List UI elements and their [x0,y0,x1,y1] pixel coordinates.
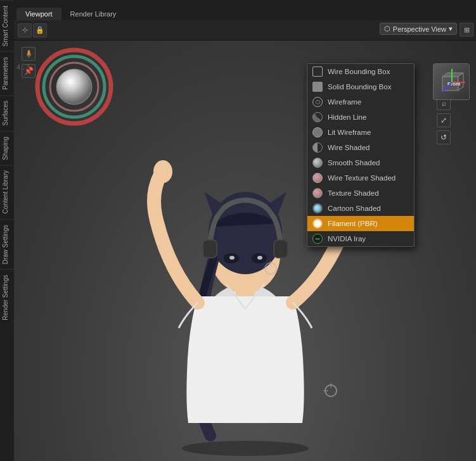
sidebar-tab-surfaces[interactable]: Surfaces [0,95,14,130]
sidebar-tab-draw-settings[interactable]: Draw Settings [0,219,14,269]
menu-item-cartoon-shaded[interactable]: Cartoon Shaded [307,201,414,216]
tab-viewport[interactable]: Viewport [16,8,61,20]
cube-icon: ⬡ [384,25,390,33]
menu-item-texture-shaded[interactable]: Texture Shaded [307,186,414,201]
solid-bounding-box-label: Solid Bounding Box [328,83,391,91]
dropdown-arrow-icon: ▾ [449,25,453,33]
wire-bounding-box-label: Wire Bounding Box [328,68,390,75]
wire-texture-shaded-label: Wire Texture Shaded [328,174,396,182]
svg-rect-23 [274,241,287,257]
menu-item-wireframe[interactable]: ⬡ Wireframe [307,94,414,110]
wireframe-label: Wireframe [328,98,361,106]
wireframe-icon: ⬡ [312,97,323,107]
perspective-view-dropdown[interactable]: ⬡ Perspective View ▾ [380,23,457,35]
nvidia-iray-label: NVIDIA Iray [328,235,366,243]
main-area: ⊹ 🔒 ⬡ Perspective View ▾ ⊞ 4 : 3 [14,20,476,461]
wire-shaded-label: Wire Shaded [328,144,370,151]
filament-label: Filament (PBR) [328,220,378,227]
viewport-area: 4 : 3 [14,41,476,461]
hidden-line-icon [312,112,323,122]
texture-shaded-label: Texture Shaded [328,189,379,197]
nav-cube[interactable]: Front [433,63,470,100]
svg-point-26 [153,160,172,183]
sidebar-tab-content-library[interactable]: Content Library [0,165,14,218]
svg-rect-22 [203,241,216,257]
svg-point-11 [182,441,309,456]
target-marker-2 [325,384,337,397]
target-marker-1 [264,262,277,275]
menu-item-wire-bounding-box[interactable]: Wire Bounding Box [307,64,414,79]
render-mode-dropdown: Wire Bounding Box Solid Bounding Box ⬡ W… [307,63,415,247]
solid-bounding-box-icon [312,82,323,92]
menu-item-solid-bounding-box[interactable]: Solid Bounding Box [307,79,414,94]
hidden-line-label: Hidden Line [328,113,366,121]
smooth-shaded-icon [312,158,323,168]
smooth-shaded-label: Smooth Shaded [328,159,380,167]
menu-item-wire-texture-shaded[interactable]: Wire Texture Shaded [307,170,414,186]
cursor-tool-button[interactable]: ⊹ [18,23,32,37]
menu-item-wire-shaded[interactable]: Wire Shaded [307,140,414,155]
figure-icon[interactable]: 🧍 [22,47,35,61]
lit-wireframe-label: Lit Wireframe [328,129,371,136]
toolbar-icon-1[interactable]: ⊞ [460,23,473,37]
perspective-view-label: Perspective View [393,25,446,33]
wire-bounding-box-icon [312,66,323,77]
texture-shaded-icon [312,188,323,198]
menu-item-lit-wireframe[interactable]: Lit Wireframe [307,125,414,140]
toolbar-left-icons: ⊹ 🔒 [18,23,47,37]
menu-item-smooth-shaded[interactable]: Smooth Shaded [307,155,414,170]
menu-item-hidden-line[interactable]: Hidden Line [307,110,414,125]
sidebar-tab-render-settings[interactable]: Render Settings [0,269,14,325]
wire-shaded-icon [312,142,323,153]
menu-item-filament-pbr[interactable]: Filament (PBR) [307,216,414,231]
viewport-right-controls: Front ✥ ⌕ ⤢ ↺ [437,41,473,146]
top-bar: Viewport Render Library [14,0,476,20]
lit-wireframe-icon [312,127,323,137]
viewport-toolbar: ⊹ 🔒 ⬡ Perspective View ▾ ⊞ [14,20,476,41]
pin-button[interactable]: 🔒 [33,23,47,37]
aspect-ratio-label: 4 : 3 [16,63,30,71]
nvidia-iray-icon: nv [312,234,323,244]
svg-point-19 [257,256,262,260]
cartoon-shaded-label: Cartoon Shaded [328,205,381,212]
cartoon-shaded-icon [312,203,323,213]
rotate-icon[interactable]: ↺ [437,130,451,144]
sidebar-tab-smart-content[interactable]: Smart Content [0,0,14,51]
fit-icon[interactable]: ⤢ [437,113,451,127]
sidebar-tab-shaping[interactable]: Shaping [0,131,14,165]
left-sidebar: Smart Content Parameters Surfaces Shapin… [0,0,14,461]
filament-icon [312,218,323,229]
svg-point-18 [229,256,235,260]
svg-line-10 [442,82,452,92]
tab-render-library[interactable]: Render Library [61,8,125,20]
sidebar-tab-parameters[interactable]: Parameters [0,51,14,95]
menu-item-nvidia-iray[interactable]: nv NVIDIA Iray [307,231,414,246]
wire-texture-shaded-icon [312,173,323,183]
